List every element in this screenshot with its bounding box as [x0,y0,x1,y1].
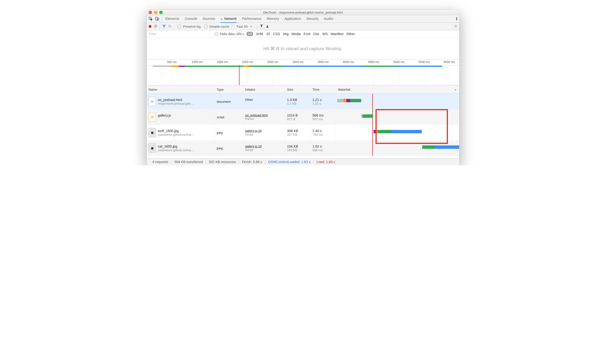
waterfall-cell[interactable] [336,109,459,125]
request-row[interactable]: <> no_preload.html responsive-preload.gl… [147,94,459,110]
overview-tick: 2500 ms [267,60,278,64]
request-name: gallery.js [158,113,171,117]
waterfall-segment [363,114,373,118]
status-finish: Finish: 5.86 s [239,160,265,164]
overview-tick: 6000 ms [444,60,455,64]
size-sub: 307 KB [287,133,308,136]
tab-console[interactable]: Console [185,15,197,23]
filter-type-xhr[interactable]: XHR [256,32,263,36]
tab-label: Audits [324,17,333,21]
filter-type-js[interactable]: JS [266,32,270,36]
waterfall-cell[interactable] [336,140,459,156]
svg-rect-1 [156,17,157,20]
time-value: 568 ms [313,113,334,117]
time-sub: 566 ms [313,148,334,152]
request-type: script [215,109,243,125]
initiator-sub [245,102,283,105]
filter-type-all[interactable]: All [247,32,253,36]
overview-bar [153,66,172,67]
tab-label: Sources [203,17,215,21]
filter-type-media[interactable]: Media [291,32,301,36]
initiator-link[interactable]: gallery.js:18 [245,144,283,148]
filter-type-img[interactable]: Img [283,32,289,36]
gear-icon[interactable] [454,25,457,29]
col-size[interactable]: Size [285,85,311,94]
load-line [372,140,373,156]
request-host: yoavweiss.github.io/ima… [158,148,194,152]
time-sub: 1.21 s [313,102,334,105]
status-requests: 4 requests [150,160,171,164]
initiator-link[interactable]: gallery.js:18 [245,129,283,132]
separator [174,24,174,29]
col-name[interactable]: Name [147,85,215,94]
size-sub: 1.2 KB [287,102,308,105]
devtools-window: DevTools - responsive-preload.glitch.me/… [147,10,459,165]
filter-icon[interactable] [162,25,166,29]
tab-sources[interactable]: Sources [203,15,215,23]
overview-bar [210,66,243,67]
size-value: 308 KB [287,129,308,133]
preserve-log-checkbox[interactable]: Preserve log [177,24,201,29]
tab-elements[interactable]: Elements [165,15,179,23]
tab-memory[interactable]: Memory [267,15,279,23]
status-dcl: DOMContentLoaded: 1.83 s [265,160,313,164]
request-name: no_preload.html [158,98,194,102]
col-waterfall[interactable]: Waterfall ▲ [336,85,459,94]
size-sub: 193 KB [287,148,308,152]
hide-data-urls-input[interactable] [215,32,218,36]
waterfall-cell[interactable] [336,125,459,140]
col-initiator[interactable]: Initiator [243,85,285,94]
overview-tick: 3500 ms [317,60,329,64]
window-title: DevTools - responsive-preload.glitch.me/… [147,11,459,14]
overview-tick: 4000 ms [343,60,354,64]
filter-input[interactable] [147,30,210,37]
request-row[interactable]: ▩ wolf_1600.jpg yoavweiss.github.io/ima…… [147,125,459,140]
filter-type-css[interactable]: CSS [273,32,280,36]
preserve-log-input[interactable] [178,25,181,28]
request-host: responsive-preload.glitc… [158,102,194,105]
disable-cache-input[interactable] [204,25,207,28]
request-row[interactable]: JS gallery.js scriptno_preload.html Pars… [147,109,459,125]
upload-har-icon[interactable] [260,25,263,29]
disable-cache-checkbox[interactable]: Disable cache [203,24,229,29]
filter-type-manifest[interactable]: Manifest [331,32,343,36]
initiator-sub: Parser [245,117,283,121]
col-type[interactable]: Type [215,85,243,94]
tab-network[interactable]: Network [220,15,237,23]
waterfall-segment [337,99,343,102]
device-toggle-icon[interactable] [155,17,159,21]
overview-timeline[interactable]: 500 ms1000 ms1500 ms2000 ms2500 ms3000 m… [147,59,459,85]
col-time[interactable]: Time [311,85,336,94]
tab-application[interactable]: Application [284,15,301,23]
hide-data-urls-checkbox[interactable]: Hide data URLs [214,32,244,36]
overview-tick: 3000 ms [292,60,303,64]
request-name: cat_1600.jpg [158,144,194,148]
filter-type-ws[interactable]: WS [322,32,328,36]
waterfall-segment [350,99,361,102]
overview-tick: 1500 ms [217,60,228,64]
request-host: yoavweiss.github.io/ima… [158,133,194,136]
overview-bar [364,66,397,67]
initiator-link[interactable]: no_preload.html [245,113,283,117]
filter-type-doc[interactable]: Doc [313,32,319,36]
search-icon[interactable] [168,25,172,29]
request-host [158,117,171,121]
tab-audits[interactable]: Audits [324,15,333,23]
tab-performance[interactable]: Performance [242,15,261,23]
inspect-icon[interactable] [149,17,153,21]
waterfall-cell[interactable] [336,94,459,110]
filter-type-other[interactable]: Other [346,32,355,36]
clear-icon[interactable] [154,25,157,29]
tab-security[interactable]: Security [306,15,319,23]
tab-label: Performance [242,17,261,21]
initiator-sub: Script [245,148,283,152]
initiator-sub: Script [245,132,283,136]
throttling-select[interactable]: Fast 3G ▼ [234,25,255,28]
more-menu-icon[interactable]: ••• [456,17,457,20]
download-har-icon[interactable] [266,25,269,29]
filter-type-font[interactable]: Font [304,32,311,36]
request-row[interactable]: ▩ cat_1600.jpg yoavweiss.github.io/ima…j… [147,140,459,156]
overview-bar [172,66,179,67]
record-button[interactable] [149,25,152,28]
tab-label: Network [224,17,237,21]
